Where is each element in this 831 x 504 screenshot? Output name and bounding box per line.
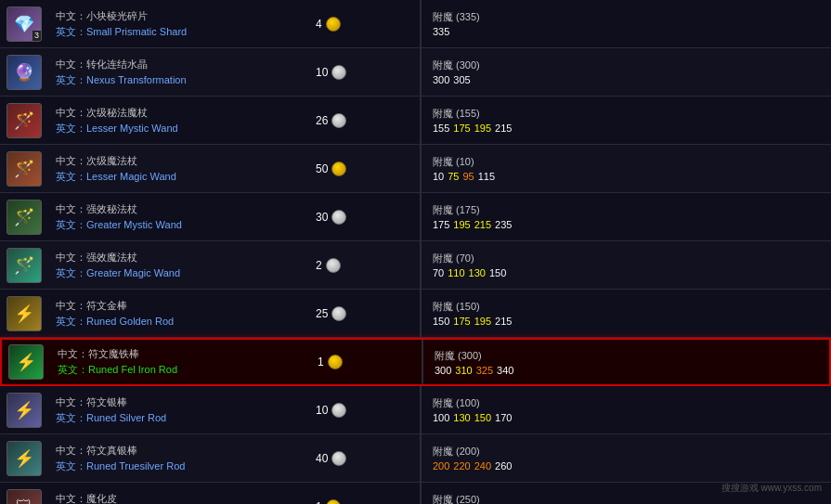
enchant-val-lesser-magic-wand-0: 10	[433, 171, 444, 182]
qty-num-runed-silver-rod: 10	[316, 404, 328, 417]
coin-icon-silver-runed-golden-rod	[331, 306, 346, 321]
col-icon-lesser-magic-wand: 🪄	[0, 148, 48, 190]
table-row-runed-fel-iron-rod[interactable]: ⚡中文：符文魔铁棒英文：Runed Fel Iron Rod1附魔 (300)3…	[0, 338, 831, 386]
name-en-lesser-mystic-wand: 英文：Lesser Mystic Wand	[56, 122, 301, 136]
col-name-greater-magic-wand: 中文：强效魔法杖英文：Greater Magic Wand	[48, 247, 308, 284]
col-name-runed-silver-rod: 中文：符文银棒英文：Runed Silver Rod	[48, 392, 308, 429]
enchant-values-small-prismatic-shard: 335	[433, 26, 820, 37]
col-icon-runed-golden-rod: ⚡	[0, 292, 48, 335]
enchant-val-lesser-mystic-wand-1: 175	[453, 123, 470, 134]
item-icon-runed-silver-rod: ⚡	[6, 393, 42, 428]
enchant-values-greater-mystic-wand: 175195215235	[433, 219, 820, 230]
qty-num-runed-fel-iron-rod: 1	[318, 355, 324, 368]
name-en-runed-truesilver-rod: 英文：Runed Truesilver Rod	[56, 459, 301, 473]
col-qty-runed-golden-rod: 25	[308, 303, 420, 325]
qty-num-greater-mystic-wand: 30	[316, 211, 328, 224]
enchant-values-greater-magic-wand: 70110130150	[433, 267, 820, 278]
name-zh-small-prismatic-shard: 中文：小块棱光碎片	[56, 9, 301, 23]
item-icon-runed-fel-iron-rod: ⚡	[8, 344, 44, 380]
col-name-nexus-transformation: 中文：转化连结水晶英文：Nexus Transformation	[48, 54, 308, 91]
qty-num-lesser-magic-wand: 50	[316, 162, 328, 175]
enchant-val-runed-fel-iron-rod-2: 325	[476, 365, 493, 376]
name-zh-runed-silver-rod: 中文：符文银棒	[56, 395, 301, 409]
table-row-enchanted-leather[interactable]: 🛡中文：魔化皮英文：Enchanted Leather1附魔 (250)2502…	[0, 483, 831, 504]
item-icon-nexus-transformation: 🔮	[6, 55, 42, 90]
table-row-lesser-mystic-wand[interactable]: 🪄中文：次级秘法魔杖英文：Lesser Mystic Wand26附魔 (155…	[0, 97, 831, 145]
enchant-val-small-prismatic-shard-0: 335	[433, 26, 449, 37]
enchant-values-lesser-magic-wand: 107595115	[433, 171, 820, 182]
col-icon-small-prismatic-shard: 💎3	[0, 3, 48, 45]
col-qty-enchanted-leather: 1	[308, 496, 420, 505]
name-en-runed-golden-rod: 英文：Runed Golden Rod	[56, 315, 301, 329]
enchant-val-greater-magic-wand-2: 130	[469, 267, 486, 278]
enchant-val-runed-truesilver-rod-1: 220	[453, 460, 470, 472]
enchant-label-small-prismatic-shard: 附魔 (335)	[433, 10, 820, 24]
table-row-runed-silver-rod[interactable]: ⚡中文：符文银棒英文：Runed Silver Rod10附魔 (100)100…	[0, 386, 831, 434]
table-row-small-prismatic-shard[interactable]: 💎3中文：小块棱光碎片英文：Small Prismatic Shard4附魔 (…	[0, 0, 831, 48]
qty-num-small-prismatic-shard: 4	[316, 18, 322, 31]
qty-num-enchanted-leather: 1	[316, 500, 322, 505]
enchant-val-runed-silver-rod-2: 150	[474, 412, 491, 423]
col-qty-lesser-magic-wand: 50	[308, 158, 420, 180]
enchant-values-lesser-mystic-wand: 155175195215	[433, 123, 820, 134]
enchant-values-nexus-transformation: 300305	[433, 74, 820, 85]
name-en-nexus-transformation: 英文：Nexus Transformation	[56, 73, 301, 87]
table-row-greater-mystic-wand[interactable]: 🪄中文：强效秘法杖英文：Greater Mystic Wand30附魔 (175…	[0, 193, 831, 241]
table-row-nexus-transformation[interactable]: 🔮中文：转化连结水晶英文：Nexus Transformation10附魔 (3…	[0, 48, 831, 97]
enchant-values-runed-truesilver-rod: 200220240260	[433, 460, 820, 472]
item-icon-small-prismatic-shard: 💎3	[6, 6, 42, 42]
col-enchant-nexus-transformation: 附魔 (300)300305	[422, 55, 831, 89]
name-en-greater-magic-wand: 英文：Greater Magic Wand	[56, 266, 301, 280]
enchant-val-lesser-magic-wand-2: 95	[463, 171, 474, 182]
item-icon-enchanted-leather: 🛡	[6, 489, 42, 505]
coin-icon-silver-lesser-mystic-wand	[331, 113, 346, 128]
enchant-val-runed-golden-rod-1: 175	[453, 316, 470, 327]
enchant-val-runed-truesilver-rod-3: 260	[495, 460, 512, 472]
qty-num-lesser-mystic-wand: 26	[316, 114, 328, 127]
enchant-val-lesser-mystic-wand-2: 195	[474, 123, 491, 134]
col-name-runed-fel-iron-rod: 中文：符文魔铁棒英文：Runed Fel Iron Rod	[50, 343, 310, 381]
col-enchant-lesser-mystic-wand: 附魔 (155)155175195215	[422, 103, 831, 137]
col-name-greater-mystic-wand: 中文：强效秘法杖英文：Greater Mystic Wand	[48, 199, 308, 236]
enchant-label-runed-golden-rod: 附魔 (150)	[433, 300, 820, 314]
col-icon-lesser-mystic-wand: 🪄	[0, 99, 48, 142]
name-zh-lesser-magic-wand: 中文：次级魔法杖	[56, 154, 301, 168]
coin-icon-silver-greater-magic-wand	[326, 258, 341, 273]
qty-num-runed-golden-rod: 25	[316, 307, 328, 320]
col-name-runed-truesilver-rod: 中文：符文真银棒英文：Runed Truesilver Rod	[48, 440, 308, 477]
enchant-val-runed-fel-iron-rod-0: 300	[435, 365, 451, 376]
enchant-label-runed-fel-iron-rod: 附魔 (300)	[435, 349, 818, 363]
coin-icon-silver-greater-mystic-wand	[331, 210, 346, 225]
enchant-label-lesser-mystic-wand: 附魔 (155)	[433, 107, 820, 121]
col-enchant-small-prismatic-shard: 附魔 (335)335	[422, 6, 831, 41]
name-en-lesser-magic-wand: 英文：Lesser Magic Wand	[56, 170, 301, 184]
name-zh-enchanted-leather: 中文：魔化皮	[56, 492, 301, 505]
enchant-label-greater-mystic-wand: 附魔 (175)	[433, 203, 820, 217]
enchant-val-runed-silver-rod-3: 170	[495, 412, 512, 423]
col-enchant-runed-golden-rod: 附魔 (150)150175195215	[422, 296, 831, 330]
coin-icon-gold-small-prismatic-shard	[326, 17, 341, 32]
table-row-runed-truesilver-rod[interactable]: ⚡中文：符文真银棒英文：Runed Truesilver Rod40附魔 (20…	[0, 434, 831, 483]
item-badge-small-prismatic-shard: 3	[32, 31, 41, 41]
enchant-val-lesser-magic-wand-3: 115	[478, 171, 495, 182]
item-icon-greater-mystic-wand: 🪄	[6, 200, 42, 235]
name-zh-greater-magic-wand: 中文：强效魔法杖	[56, 251, 301, 265]
table-row-greater-magic-wand[interactable]: 🪄中文：强效魔法杖英文：Greater Magic Wand2附魔 (70)70…	[0, 241, 831, 290]
enchant-label-nexus-transformation: 附魔 (300)	[433, 58, 820, 72]
enchant-val-greater-mystic-wand-0: 175	[433, 219, 449, 230]
enchant-values-runed-silver-rod: 100130150170	[433, 412, 820, 423]
col-qty-runed-silver-rod: 10	[308, 399, 420, 421]
col-icon-greater-magic-wand: 🪄	[0, 244, 48, 287]
col-icon-runed-truesilver-rod: ⚡	[0, 437, 48, 480]
qty-num-greater-magic-wand: 2	[316, 259, 322, 272]
table-row-lesser-magic-wand[interactable]: 🪄中文：次级魔法杖英文：Lesser Magic Wand50附魔 (10)10…	[0, 145, 831, 193]
col-qty-small-prismatic-shard: 4	[308, 13, 420, 35]
col-enchant-lesser-magic-wand: 附魔 (10)107595115	[422, 151, 831, 186]
item-icon-lesser-mystic-wand: 🪄	[6, 103, 42, 138]
enchant-val-runed-truesilver-rod-2: 240	[474, 460, 491, 472]
col-name-small-prismatic-shard: 中文：小块棱光碎片英文：Small Prismatic Shard	[48, 6, 308, 43]
table-row-runed-golden-rod[interactable]: ⚡中文：符文金棒英文：Runed Golden Rod25附魔 (150)150…	[0, 290, 831, 338]
coin-icon-silver-runed-truesilver-rod	[331, 451, 346, 466]
col-icon-greater-mystic-wand: 🪄	[0, 196, 48, 239]
coin-icon-gold-enchanted-leather	[326, 499, 341, 505]
